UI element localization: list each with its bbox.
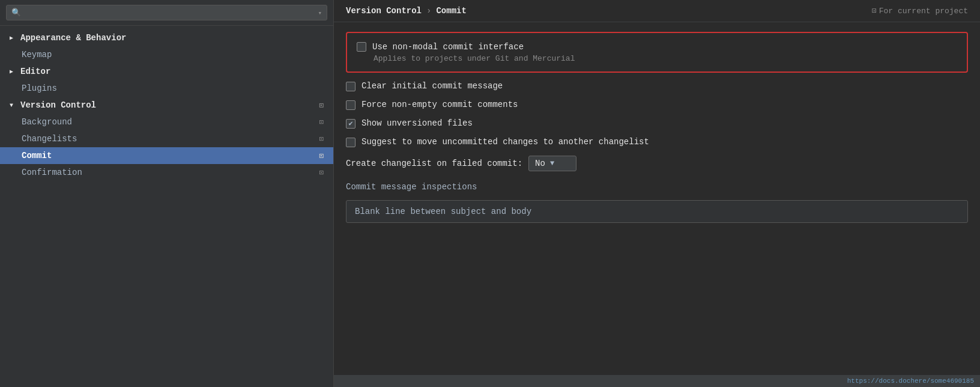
non-modal-commit-checkbox[interactable]: [357, 42, 366, 52]
sidebar-item-label: Plugins: [22, 84, 57, 93]
breadcrumb-version-control: Version Control: [346, 6, 422, 16]
sidebar-item-keymap[interactable]: Keymap: [0, 46, 333, 63]
project-icon: ⊡: [872, 6, 877, 16]
clear-initial-label: Clear initial commit message: [361, 81, 503, 91]
dropdown-arrow-icon: ▼: [550, 159, 554, 168]
search-input-wrap[interactable]: 🔍 ▾: [6, 5, 327, 20]
sidebar-item-label: Keymap: [22, 50, 52, 59]
non-modal-commit-box: Use non-modal commit interface Applies t…: [346, 32, 968, 73]
sidebar-item-confirmation[interactable]: Confirmation ⊡: [0, 164, 333, 181]
copy-icon: ⊡: [319, 101, 324, 110]
inspections-sub-label: Blank line between subject and body: [355, 207, 531, 216]
breadcrumb: Version Control › Commit ⊡ For current p…: [334, 0, 980, 22]
sidebar-item-label: Editor: [20, 67, 50, 76]
sidebar: 🔍 ▾ ▶ Appearance & Behavior Keymap ▶ Edi…: [0, 0, 334, 387]
suggest-move-row: Suggest to move uncommitted changes to a…: [346, 137, 968, 147]
breadcrumb-separator: ›: [426, 6, 431, 16]
clear-initial-checkbox[interactable]: [346, 82, 355, 91]
non-modal-commit-inner: Use non-modal commit interface: [357, 41, 524, 52]
copy-icon: ⊡: [319, 135, 324, 144]
expand-arrow-icon: ▶: [10, 68, 17, 75]
sidebar-item-label: Background: [22, 117, 72, 127]
force-nonempty-checkbox[interactable]: [346, 100, 355, 110]
copy-icon: ⊡: [319, 168, 324, 177]
for-project-label: For current project: [879, 7, 968, 16]
show-unversioned-checkbox[interactable]: ✔: [346, 119, 355, 129]
copy-icon: ⊡: [319, 151, 324, 160]
search-bar: 🔍 ▾: [0, 0, 333, 26]
suggest-move-checkbox[interactable]: [346, 138, 355, 147]
sidebar-item-appearance-behavior[interactable]: ▶ Appearance & Behavior: [0, 29, 333, 46]
show-unversioned-label: Show unversioned files: [361, 118, 473, 128]
clear-initial-row: Clear initial commit message: [346, 81, 968, 91]
for-current-project[interactable]: ⊡ For current project: [872, 6, 968, 16]
status-bar: https://docs.dochere/some4690185: [334, 375, 980, 387]
create-changelist-value: No: [535, 159, 545, 168]
suggest-move-label: Suggest to move uncommitted changes to a…: [361, 137, 649, 147]
inspections-label: Commit message inspections: [346, 180, 968, 192]
status-url: https://docs.dochere/some4690185: [847, 377, 974, 385]
force-nonempty-row: Force non-empty commit comments: [346, 100, 968, 110]
non-modal-commit-label: Use non-modal commit interface: [372, 42, 524, 52]
expand-arrow-icon: ▶: [10, 34, 17, 41]
checkmark-icon: ✔: [348, 120, 352, 127]
sidebar-item-label: Version Control: [20, 100, 96, 110]
create-changelist-dropdown[interactable]: No ▼: [528, 156, 576, 171]
show-unversioned-row: ✔ Show unversioned files: [346, 118, 968, 129]
force-nonempty-label: Force non-empty commit comments: [361, 100, 518, 109]
sidebar-item-label: Confirmation: [22, 168, 82, 177]
dropdown-arrow-icon: ▾: [318, 9, 322, 17]
sidebar-item-label: Changelists: [22, 134, 77, 144]
breadcrumb-commit: Commit: [436, 6, 466, 16]
inspections-sub-box: Blank line between subject and body: [346, 200, 968, 223]
sidebar-item-version-control[interactable]: ▼ Version Control ⊡: [0, 97, 333, 114]
sidebar-item-editor[interactable]: ▶ Editor: [0, 63, 333, 80]
search-input[interactable]: [25, 8, 314, 17]
copy-icon: ⊡: [319, 118, 324, 127]
sidebar-item-label: Commit: [22, 151, 52, 160]
settings-body: Use non-modal commit interface Applies t…: [334, 22, 980, 233]
sidebar-item-changelists[interactable]: Changelists ⊡: [0, 130, 333, 147]
nav-tree: ▶ Appearance & Behavior Keymap ▶ Editor …: [0, 26, 333, 387]
search-icon: 🔍: [11, 8, 21, 17]
non-modal-commit-row: Use non-modal commit interface Applies t…: [357, 41, 957, 63]
sidebar-item-plugins[interactable]: Plugins: [0, 80, 333, 97]
sidebar-item-commit[interactable]: Commit ⊡: [0, 147, 333, 164]
create-changelist-label: Create changelist on failed commit:: [346, 159, 522, 168]
sidebar-item-background[interactable]: Background ⊡: [0, 114, 333, 130]
expand-arrow-icon: ▼: [10, 102, 17, 109]
create-changelist-row: Create changelist on failed commit: No ▼: [346, 156, 968, 171]
sidebar-item-label: Appearance & Behavior: [20, 33, 126, 43]
non-modal-commit-desc: Applies to projects under Git and Mercur…: [357, 54, 575, 63]
main-content: Version Control › Commit ⊡ For current p…: [334, 0, 980, 387]
